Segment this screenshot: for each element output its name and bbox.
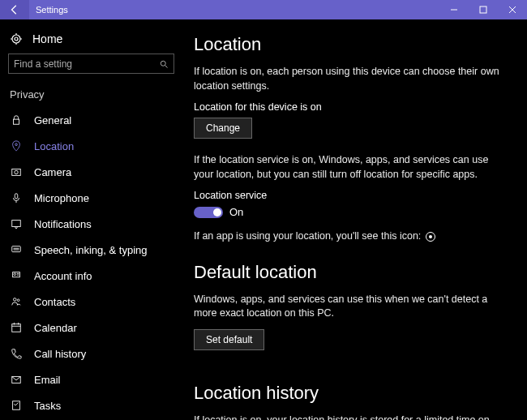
svg-point-10 xyxy=(161,61,165,66)
maximize-button[interactable] xyxy=(469,0,498,19)
location-intro: If location is on, each person using thi… xyxy=(194,65,502,93)
sidebar-item-label: Call history xyxy=(34,348,86,360)
home-label: Home xyxy=(32,32,62,45)
svg-rect-18 xyxy=(12,246,21,252)
svg-point-13 xyxy=(15,144,18,146)
sidebar-item-label: General xyxy=(34,114,71,126)
svg-rect-17 xyxy=(12,221,21,227)
sidebar-item-label: Tasks xyxy=(34,400,61,412)
default-location-heading: Default location xyxy=(194,262,508,283)
titlebar: Settings xyxy=(0,0,527,19)
sidebar-item-notifications[interactable]: Notifications xyxy=(0,211,182,237)
speech-icon xyxy=(10,243,23,256)
location-icon xyxy=(10,139,23,152)
sidebar-item-label: Contacts xyxy=(34,296,75,308)
notifications-icon xyxy=(10,217,23,230)
sidebar-item-account[interactable]: Account info xyxy=(0,263,182,289)
service-label: Location service xyxy=(194,190,508,201)
sidebar-item-location[interactable]: Location xyxy=(0,133,182,159)
sidebar-item-general[interactable]: General xyxy=(0,107,182,133)
svg-rect-16 xyxy=(15,194,18,199)
location-heading: Location xyxy=(194,34,508,55)
gear-icon xyxy=(10,32,23,45)
close-icon xyxy=(508,6,516,14)
content-pane: Location If location is on, each person … xyxy=(182,19,527,420)
svg-point-22 xyxy=(14,273,16,276)
contacts-icon xyxy=(10,295,23,308)
svg-point-5 xyxy=(15,37,18,41)
home-button[interactable]: Home xyxy=(0,26,182,54)
sidebar-item-email[interactable]: Email xyxy=(0,366,182,392)
search-input[interactable]: Find a setting xyxy=(8,54,174,74)
sidebar-item-contacts[interactable]: Contacts xyxy=(0,289,182,315)
svg-rect-14 xyxy=(12,169,21,176)
default-location-desc: Windows, apps, and services can use this… xyxy=(194,293,502,321)
svg-point-4 xyxy=(12,35,20,43)
minimize-button[interactable] xyxy=(439,0,469,19)
change-button[interactable]: Change xyxy=(194,118,252,139)
location-service-toggle[interactable]: On xyxy=(194,206,508,218)
svg-point-26 xyxy=(17,299,19,302)
sidebar-item-label: Email xyxy=(34,374,61,386)
svg-line-11 xyxy=(165,65,168,67)
toggle-switch-icon xyxy=(194,207,223,218)
svg-rect-12 xyxy=(14,119,19,124)
sidebar-item-label: Notifications xyxy=(34,218,92,230)
sidebar-item-microphone[interactable]: Microphone xyxy=(0,185,182,211)
sidebar-item-label: Calendar xyxy=(34,322,77,334)
category-label: Privacy xyxy=(0,85,182,107)
set-default-button[interactable]: Set default xyxy=(194,329,264,350)
app-icon-text: If an app is using your location, you'll… xyxy=(194,229,502,244)
sidebar-item-camera[interactable]: Camera xyxy=(0,159,182,185)
sidebar-item-label: Speech, inking, & typing xyxy=(34,244,147,256)
microphone-icon xyxy=(10,191,23,204)
sidebar-item-label: Location xyxy=(34,140,74,152)
minimize-icon xyxy=(450,6,458,14)
arrow-left-icon xyxy=(9,4,20,15)
search-placeholder: Find a setting xyxy=(14,58,72,70)
sidebar-item-label: Account info xyxy=(34,270,92,282)
location-target-icon xyxy=(426,232,435,242)
sidebar-item-calendar[interactable]: Calendar xyxy=(0,315,182,341)
sidebar: Home Find a setting Privacy General Loca… xyxy=(0,19,182,420)
window-controls xyxy=(439,0,527,19)
sidebar-item-label: Microphone xyxy=(34,192,89,204)
location-history-desc: If location is on, your location history… xyxy=(194,414,502,421)
account-icon xyxy=(10,269,23,282)
email-icon xyxy=(10,373,23,386)
device-status: Location for this device is on xyxy=(194,101,508,113)
maximize-icon xyxy=(479,6,487,14)
svg-rect-1 xyxy=(480,6,486,13)
calendar-icon xyxy=(10,321,23,334)
svg-rect-32 xyxy=(13,401,20,410)
search-icon xyxy=(159,59,169,69)
phone-icon xyxy=(10,347,23,360)
close-button[interactable] xyxy=(498,0,527,19)
sidebar-item-speech[interactable]: Speech, inking, & typing xyxy=(0,237,182,263)
toggle-state: On xyxy=(229,206,243,218)
back-button[interactable] xyxy=(0,0,29,19)
camera-icon xyxy=(10,165,23,178)
location-history-heading: Location history xyxy=(194,383,508,404)
svg-point-25 xyxy=(14,298,17,302)
tasks-icon xyxy=(10,399,23,412)
lock-icon xyxy=(10,114,23,126)
sidebar-item-tasks[interactable]: Tasks xyxy=(0,392,182,418)
svg-point-15 xyxy=(15,170,18,174)
sidebar-item-label: Camera xyxy=(34,166,71,178)
window-title: Settings xyxy=(29,5,68,15)
sidebar-item-callhistory[interactable]: Call history xyxy=(0,341,182,366)
service-desc: If the location service is on, Windows, … xyxy=(194,153,502,182)
svg-rect-27 xyxy=(12,324,21,332)
